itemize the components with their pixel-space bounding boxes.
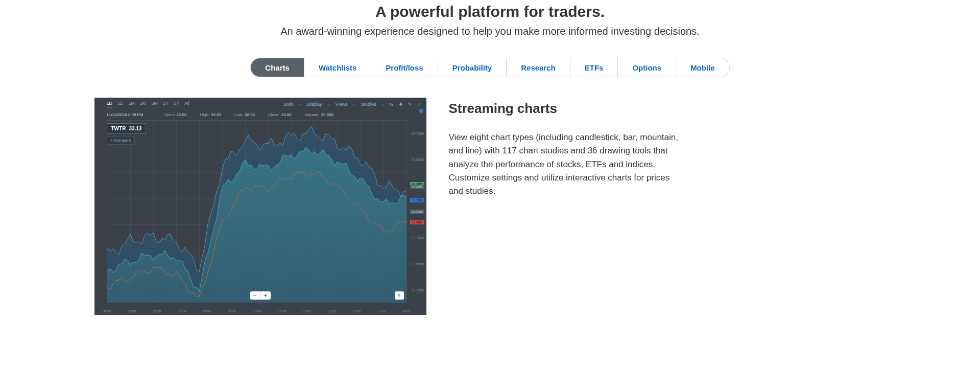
range-selector: 1D5D1M3M6M1Y5YAll xyxy=(107,101,190,107)
range-5y[interactable]: 5Y xyxy=(174,101,179,107)
chevron-down-icon: ⌄ xyxy=(327,102,330,106)
section-text: Streaming charts View eight chart types … xyxy=(449,98,684,198)
price-badge: 33.1500 xyxy=(410,198,424,202)
x-tick: 13:30 xyxy=(377,309,387,313)
chart-panel: 1D5D1M3M6M1Y5YAll 1Min⌄Display⌄Views⌄Stu… xyxy=(94,98,426,315)
ticker-price: 33.13 xyxy=(129,126,141,131)
chart-control-studies[interactable]: Studies xyxy=(361,102,376,107)
tab-charts[interactable]: Charts xyxy=(251,58,304,77)
x-tick: 14:30 xyxy=(102,309,111,313)
chart-control-display[interactable]: Display xyxy=(307,102,322,107)
high-value: 33.03 xyxy=(211,112,221,117)
price-badge: 33.2500 xyxy=(410,185,424,189)
tab-probability[interactable]: Probability xyxy=(438,58,507,77)
volume-label: Volume: xyxy=(305,112,320,117)
ticker-box[interactable]: TWTR 33.13 xyxy=(107,123,147,134)
hero-title: A powerful platform for traders. xyxy=(89,3,891,20)
tab-profit-loss[interactable]: Profit/loss xyxy=(371,58,438,77)
x-tick: 10:30 xyxy=(227,309,236,313)
close-value: 33.00 xyxy=(281,112,292,117)
zoom-control: − + xyxy=(250,291,271,300)
chart-plot-area[interactable] xyxy=(107,120,407,303)
chart-datetime: 11/14/2018 2:09 PM xyxy=(107,112,144,117)
chart-control-1min[interactable]: 1Min xyxy=(284,102,294,107)
section-title: Streaming charts xyxy=(449,101,684,117)
section-description: View eight chart types (including candle… xyxy=(449,131,684,198)
zoom-out-button[interactable]: − xyxy=(250,291,260,300)
low-value: 32.98 xyxy=(245,112,255,117)
x-tick: 11:30 xyxy=(277,309,286,313)
y-tick: 32.7500 xyxy=(411,236,424,239)
open-value: 32.98 xyxy=(176,112,186,117)
price-badge: 33.0000 xyxy=(410,210,424,214)
volume-value: 29.83K xyxy=(321,112,334,117)
x-tick: 12:30 xyxy=(327,309,337,313)
chevron-down-icon: ⌄ xyxy=(352,102,355,106)
y-tick: 33.5000 xyxy=(411,157,424,161)
range-3m[interactable]: 3M xyxy=(140,101,147,107)
compare-button[interactable]: + Compare xyxy=(107,136,135,145)
chevron-down-icon: ⌄ xyxy=(381,102,385,106)
x-tick: 13:00 xyxy=(352,309,362,313)
chart-control-views[interactable]: Views xyxy=(336,102,348,107)
range-all[interactable]: All xyxy=(184,101,189,107)
close-label: Close: xyxy=(268,112,280,117)
range-1m[interactable]: 1M xyxy=(129,101,135,107)
y-tick: 33.7500 xyxy=(411,131,424,135)
add-icon[interactable]: ✚ xyxy=(399,102,403,107)
range-6m[interactable]: 6M xyxy=(152,101,158,107)
settings-dot[interactable] xyxy=(419,109,423,113)
x-axis: 14:3015:0015:3011/1410:0010:3011:0011:30… xyxy=(107,306,407,313)
feature-tabbar: ChartsWatchlistsProfit/lossProbabilityRe… xyxy=(89,58,891,77)
price-badge: 32.9100 xyxy=(410,220,424,224)
y-tick: 32.5000 xyxy=(411,262,424,265)
hero-subtitle: An award-winning experience designed to … xyxy=(89,26,891,37)
tab-watchlists[interactable]: Watchlists xyxy=(304,58,371,77)
range-1y[interactable]: 1Y xyxy=(163,101,169,107)
chart-svg xyxy=(107,121,407,302)
x-tick: 15:30 xyxy=(152,309,161,313)
x-tick: 10:00 xyxy=(202,309,211,313)
tab-etfs[interactable]: ETFs xyxy=(570,58,618,77)
ticker-symbol: TWTR xyxy=(111,126,126,131)
x-tick: 15:00 xyxy=(127,309,136,313)
tab-options[interactable]: Options xyxy=(618,58,676,77)
chevron-down-icon: ⌄ xyxy=(299,102,302,106)
chart-controls: 1Min⌄Display⌄Views⌄Studies⌄⇆✚✎⤢ xyxy=(284,102,421,107)
x-tick: 11/14 xyxy=(177,309,186,313)
tab-research[interactable]: Research xyxy=(507,58,570,77)
range-1d[interactable]: 1D xyxy=(107,101,113,107)
expand-button[interactable]: » xyxy=(395,291,404,300)
x-tick: 12:00 xyxy=(302,309,312,313)
expand-icon[interactable]: ⤢ xyxy=(417,102,421,107)
y-axis: 33.750033.500033.250033.000032.750032.50… xyxy=(408,120,424,303)
edit-icon[interactable]: ✎ xyxy=(408,102,412,107)
tab-mobile[interactable]: Mobile xyxy=(676,58,729,77)
high-label: High: xyxy=(200,112,209,117)
open-label: Open: xyxy=(164,112,175,117)
zoom-in-button[interactable]: + xyxy=(260,291,271,300)
low-label: Low: xyxy=(234,112,243,117)
range-5d[interactable]: 5D xyxy=(117,101,124,107)
x-tick: 11:00 xyxy=(252,309,261,313)
compare-icon[interactable]: ⇆ xyxy=(390,102,394,107)
x-tick: 14:00 xyxy=(402,309,412,313)
y-tick: 32.2500 xyxy=(411,288,424,291)
chart-stats-row: 11/14/2018 2:09 PM Open:32.98 High:33.03… xyxy=(94,109,426,119)
